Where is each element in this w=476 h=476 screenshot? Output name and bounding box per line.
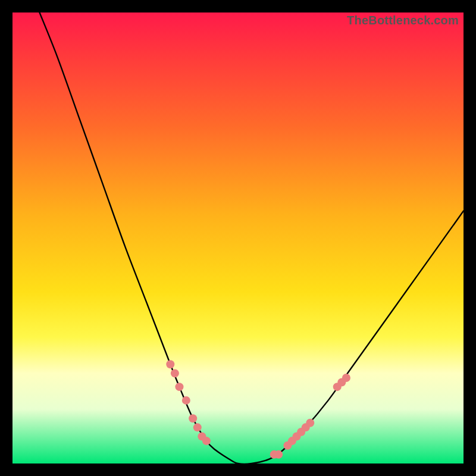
highlight-point <box>274 450 283 459</box>
highlight-point <box>193 423 202 431</box>
highlight-point <box>189 414 197 422</box>
chart-svg <box>12 12 464 464</box>
bottleneck-curve <box>39 12 464 464</box>
plot-area: TheBottleneck.com <box>12 12 464 464</box>
highlight-point <box>166 360 174 368</box>
highlight-markers <box>166 360 350 459</box>
highlight-point <box>202 437 211 445</box>
chart-frame: TheBottleneck.com <box>0 0 476 476</box>
highlight-point <box>175 383 183 391</box>
highlight-point <box>342 374 350 382</box>
highlight-point <box>171 369 179 377</box>
highlight-point <box>182 396 190 405</box>
highlight-point <box>306 419 314 427</box>
